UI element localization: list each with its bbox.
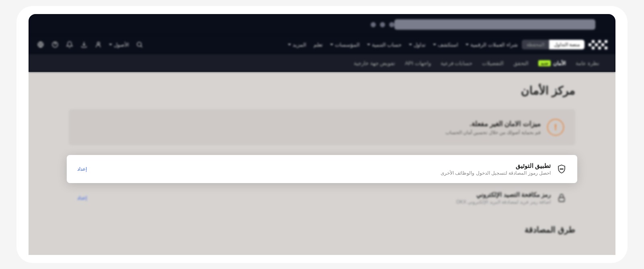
nav-buy-crypto[interactable]: شراء العملات الرقمية bbox=[466, 42, 517, 48]
nav-trade[interactable]: تداول bbox=[409, 42, 426, 48]
new-badge: جديد bbox=[538, 60, 551, 66]
authenticator-card: تطبيق التوثيق احصل رموز المصادقة لتسجيل … bbox=[67, 155, 577, 183]
svg-point-8 bbox=[562, 169, 563, 169]
nav-assets[interactable]: الأصول bbox=[109, 42, 129, 48]
chevron-down-icon bbox=[367, 44, 370, 45]
alert-desc: قم بحماية أصولك من خلال تحسين أمان الحسا… bbox=[445, 130, 541, 135]
download-icon[interactable] bbox=[80, 41, 88, 49]
search-icon[interactable] bbox=[135, 41, 144, 49]
outer-frame: منصة التداول المحفظة شراء العملات الرقمي… bbox=[16, 6, 628, 263]
browser-chrome bbox=[29, 14, 615, 35]
page-title: مركز الأمان bbox=[69, 84, 575, 97]
window-minimize-dot[interactable] bbox=[380, 22, 385, 27]
browser-window: منصة التداول المحفظة شراء العملات الرقمي… bbox=[29, 14, 615, 255]
chevron-down-icon bbox=[433, 44, 436, 45]
subnav-overview[interactable]: نظرة عامة bbox=[576, 60, 599, 66]
tab-wallet[interactable]: المحفظة bbox=[522, 40, 549, 49]
svg-point-6 bbox=[560, 169, 561, 169]
window-close-dot[interactable] bbox=[371, 22, 376, 27]
nav-icons-group: الأصول bbox=[37, 41, 144, 49]
subnav-api[interactable]: واجهات API bbox=[405, 60, 431, 66]
subnav-subaccounts[interactable]: حسابات فرعية bbox=[441, 60, 473, 66]
shield-icon bbox=[556, 164, 567, 174]
help-icon[interactable] bbox=[51, 41, 59, 49]
auth-methods-heading: طرق المصادقة bbox=[69, 225, 575, 234]
alert-text: ميزات الامان الغير مفعلة. قم بحماية أصول… bbox=[445, 120, 541, 135]
lock-icon bbox=[556, 193, 567, 203]
card-body: رمز مكافحة التصيد الإلكتروني اضافة رمز ف… bbox=[87, 191, 551, 205]
nav-institutions[interactable]: المؤسسات bbox=[330, 42, 360, 48]
main-nav-items: شراء العملات الرقمية استكشف تداول حساب ا… bbox=[148, 42, 518, 48]
antiphishing-card: رمز مكافحة التصيد الإلكتروني اضافة رمز ف… bbox=[67, 185, 577, 210]
card-body: تطبيق التوثيق احصل رموز المصادقة لتسجيل … bbox=[87, 162, 551, 176]
nav-grow[interactable]: حساب التنمية bbox=[367, 42, 402, 48]
subnav-security-label: الأمان bbox=[553, 60, 566, 66]
nav-learn[interactable]: تعلم bbox=[314, 42, 323, 48]
chevron-down-icon bbox=[109, 44, 112, 45]
window-maximize-dot[interactable] bbox=[389, 22, 394, 27]
chevron-down-icon bbox=[409, 44, 412, 45]
svg-point-2 bbox=[97, 42, 100, 45]
chevron-down-icon bbox=[330, 44, 333, 45]
svg-rect-9 bbox=[559, 198, 564, 202]
chevron-down-icon bbox=[288, 44, 291, 45]
nav-more[interactable]: المزيد bbox=[288, 42, 306, 48]
svg-point-7 bbox=[561, 169, 562, 169]
antiphishing-desc: اضافة رمز فريد لمصادقة البريد الإلكتروني… bbox=[87, 199, 551, 205]
platform-tabs: منصة التداول المحفظة bbox=[522, 40, 585, 49]
chevron-down-icon bbox=[466, 44, 469, 45]
alert-title: ميزات الامان الغير مفعلة. bbox=[445, 120, 541, 128]
svg-point-0 bbox=[137, 42, 142, 47]
nav-explore[interactable]: استكشف bbox=[433, 42, 458, 48]
tab-trading[interactable]: منصة التداول bbox=[549, 40, 585, 49]
antiphishing-title: رمز مكافحة التصيد الإلكتروني bbox=[87, 191, 551, 198]
authenticator-desc: احصل رموز المصادقة لتسجيل الدخول والوظائ… bbox=[87, 170, 551, 176]
subnav-preferences[interactable]: التفضيلات bbox=[482, 60, 504, 66]
security-alert: ! ميزات الامان الغير مفعلة. قم بحماية أص… bbox=[69, 109, 575, 145]
globe-icon[interactable] bbox=[37, 41, 45, 49]
subnav-verification[interactable]: التحقق bbox=[513, 60, 529, 66]
top-nav: منصة التداول المحفظة شراء العملات الرقمي… bbox=[29, 35, 615, 54]
window-controls bbox=[371, 22, 394, 27]
warning-icon: ! bbox=[547, 119, 564, 136]
svg-line-1 bbox=[141, 46, 142, 47]
authenticator-setup-link[interactable]: إعداد bbox=[77, 166, 87, 172]
subnav-security[interactable]: الأمان جديد bbox=[538, 60, 566, 66]
content-area: مركز الأمان ! ميزات الامان الغير مفعلة. … bbox=[29, 72, 615, 255]
logo[interactable] bbox=[589, 40, 607, 49]
bell-icon[interactable] bbox=[66, 41, 74, 49]
url-bar[interactable] bbox=[394, 19, 595, 30]
antiphishing-setup-link[interactable]: إعداد bbox=[77, 195, 87, 201]
subnav-external[interactable]: تفويض جهة خارجية bbox=[354, 60, 395, 66]
authenticator-title: تطبيق التوثيق bbox=[87, 162, 551, 169]
user-icon[interactable] bbox=[94, 41, 103, 49]
secondary-nav: نظرة عامة الأمان جديد التحقق التفضيلات ح… bbox=[29, 54, 615, 72]
